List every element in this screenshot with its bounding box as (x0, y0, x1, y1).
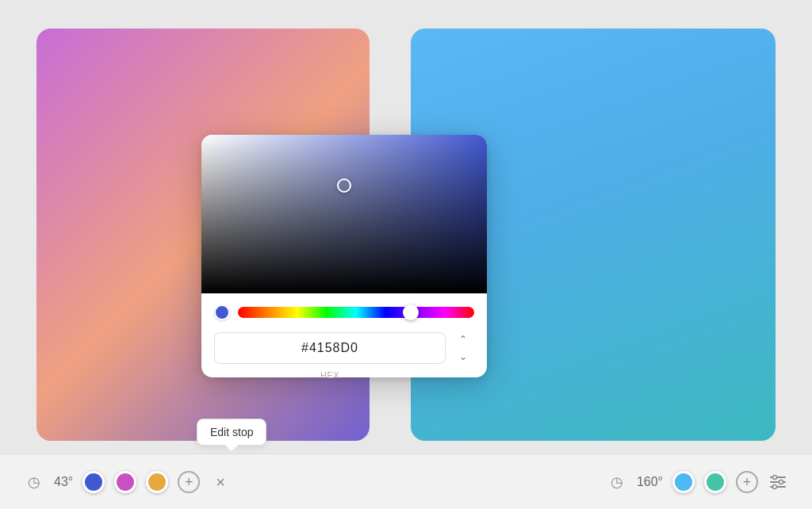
picker-hex-row: #4158D0 HEX ⌃ ⌄ (214, 331, 474, 365)
color-stop-purple[interactable] (114, 471, 136, 493)
svg-point-5 (773, 484, 777, 488)
edit-stop-tooltip: Edit stop (197, 419, 266, 446)
hex-input[interactable]: #4158D0 (214, 332, 446, 364)
stepper-down-button[interactable]: ⌄ (452, 349, 474, 365)
stepper-up-button[interactable]: ⌃ (452, 331, 474, 347)
color-gradient-area[interactable] (201, 135, 487, 293)
edit-stop-label: Edit stop (210, 426, 253, 438)
angle-icon-left: ◷ (24, 472, 44, 492)
hex-label: HEX (320, 370, 339, 380)
stepper-group: ⌃ ⌄ (452, 331, 474, 365)
hue-slider-track[interactable] (238, 307, 474, 318)
svg-point-3 (773, 475, 777, 479)
hue-swatch (214, 304, 230, 320)
angle-value-left: 43° (54, 475, 73, 489)
delete-stop-button[interactable]: × (209, 471, 232, 493)
bottom-toolbar: ◷ 43° + × ◷ 160° + (0, 454, 812, 509)
svg-point-4 (779, 480, 783, 484)
picker-controls: #4158D0 HEX ⌃ ⌄ (201, 293, 487, 377)
angle-icon-right: ◷ (607, 472, 627, 492)
picker-hue-row (214, 304, 474, 320)
hex-input-container: #4158D0 HEX (214, 332, 446, 364)
color-stop-blue[interactable] (82, 471, 105, 493)
add-stop-button-right[interactable]: + (736, 471, 758, 493)
color-cursor[interactable] (337, 178, 351, 193)
toolbar-right: ◷ 160° + (607, 471, 788, 493)
color-stop-blue2[interactable] (672, 471, 695, 493)
color-picker-popup: #4158D0 HEX ⌃ ⌄ (201, 135, 487, 377)
color-stop-teal[interactable] (704, 471, 726, 493)
hue-slider-thumb[interactable] (403, 304, 419, 320)
angle-value-right: 160° (637, 475, 663, 489)
settings-icon[interactable] (768, 472, 788, 492)
add-stop-button-left[interactable]: + (178, 471, 200, 493)
toolbar-left: ◷ 43° + × (24, 471, 232, 493)
color-stop-orange[interactable] (146, 471, 168, 493)
